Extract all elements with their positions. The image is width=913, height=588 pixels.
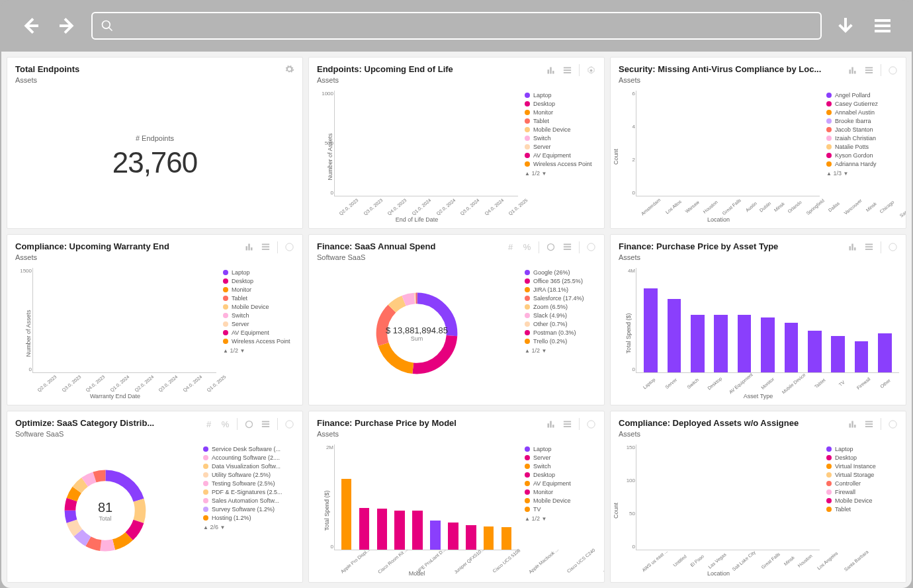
back-icon[interactable] [20,15,41,36]
svg-rect-10 [854,71,856,73]
list-icon[interactable] [864,419,874,429]
bar-chart-icon[interactable] [244,242,254,252]
legend-item: Tablet [223,295,296,302]
legend-item: JIRA (18.1%) [525,286,597,293]
legend-item: AV Equipment [525,480,597,487]
gear-icon[interactable] [586,242,596,252]
bar [874,268,896,373]
bar [782,91,793,196]
metric-label: # Endpoints [136,134,174,142]
gear-icon[interactable] [284,242,294,252]
menu-icon[interactable] [872,15,893,36]
card-title: Optimize: SaaS Category Distrib... [15,418,204,428]
svg-rect-12 [865,69,873,71]
gear-icon[interactable] [888,65,898,75]
list-icon[interactable] [562,419,572,429]
card-price-type: Finance: Purchase Price by Asset Type As… [610,234,906,406]
legend-item: Controller [826,480,899,487]
bar [780,268,802,373]
list-icon[interactable] [864,242,874,252]
bar [640,444,656,550]
download-icon[interactable] [835,15,856,36]
svg-rect-73 [865,423,873,425]
svg-point-14 [889,66,896,73]
donut-center-value: 81 [98,500,112,515]
gear-icon[interactable] [284,64,294,74]
bar [746,91,757,196]
gear-icon[interactable] [586,419,596,429]
card-subtitle: Software SaaS [15,430,204,438]
card-title: Compliance: Deployed Assets w/o Assignee [619,418,848,428]
svg-rect-6 [564,72,571,73]
bar [170,268,191,373]
gear-icon[interactable] [284,419,294,429]
svg-point-21 [286,243,293,251]
legend-item: Brooke Ibarra [826,118,899,124]
legend-item: Natalie Potts [826,144,899,150]
legend-item: Office 365 (25.5%) [525,278,597,284]
svg-rect-70 [851,421,853,427]
svg-rect-74 [865,426,873,427]
bar-chart-icon[interactable] [546,65,556,75]
legend-item: Monitor [223,286,296,293]
gear-icon[interactable] [888,242,898,252]
legend-item: Adrianna Hardy [826,161,899,167]
bar [338,91,359,196]
chart-plot: 15000 [32,268,216,374]
gear-icon[interactable] [586,65,596,75]
gear-icon[interactable] [888,419,898,429]
browser-chrome [0,0,913,52]
legend-item: Mobile Device [525,126,597,133]
legend-pager[interactable]: ▲ 1/2 ▼ [525,170,597,177]
card-title: Compliance: Upcoming Warranty End [15,241,244,251]
svg-point-7 [590,69,593,71]
list-icon[interactable] [864,65,874,75]
bar [757,268,779,373]
bar [687,91,698,196]
legend-item: Testing Software (2.5%) [203,480,296,487]
legend-pager[interactable]: ▲ 2/6 ▼ [203,524,296,530]
bar [405,91,426,196]
bar-chart-icon[interactable] [848,242,857,252]
hash-icon[interactable]: # [204,419,214,429]
legend-item: Kyson Gordon [826,152,899,159]
bar-chart-icon[interactable] [848,419,857,429]
svg-rect-8 [849,69,851,73]
dashboard-grid: Total Endpoints Assets # Endpoints 23,76… [1,52,912,588]
percent-icon[interactable]: % [522,242,532,252]
percent-icon[interactable]: % [220,419,230,429]
legend-pager[interactable]: ▲ 1/3 ▼ [826,170,899,177]
forward-icon[interactable] [57,15,78,36]
donut-icon[interactable] [546,242,556,252]
legend-pager[interactable]: ▲ 1/2 ▼ [525,515,597,522]
list-icon[interactable] [261,419,271,429]
svg-point-68 [587,421,595,428]
svg-rect-46 [262,426,269,427]
card-title: Endpoints: Upcoming End of Life [317,64,546,74]
card-subtitle: Assets [619,430,848,438]
legend-item: Other (0.7%) [525,321,597,327]
list-icon[interactable] [261,242,271,252]
bar [699,91,710,196]
svg-rect-63 [550,421,552,427]
donut-center-label: Total [98,515,112,522]
donut-icon[interactable] [244,419,254,429]
bar-chart-icon[interactable] [848,65,857,75]
legend-pager[interactable]: ▲ 1/2 ▼ [525,347,597,354]
bar [735,91,746,196]
hash-icon[interactable]: # [505,242,515,252]
url-bar[interactable] [91,12,822,40]
list-icon[interactable] [562,242,572,252]
card-saas-spend: Finance: SaaS Annual Spend Software SaaS… [308,234,605,406]
list-icon[interactable] [562,65,572,75]
bar [449,91,470,196]
svg-rect-71 [854,425,856,427]
chart-plot: 10005000 [334,91,518,196]
bar [462,444,479,550]
card-subtitle: Assets [317,76,546,84]
svg-rect-16 [248,244,250,251]
legend-pager[interactable]: ▲ 1/2 ▼ [223,347,296,354]
svg-rect-13 [865,72,873,73]
bar-chart-icon[interactable] [546,419,556,429]
bar [806,91,816,196]
